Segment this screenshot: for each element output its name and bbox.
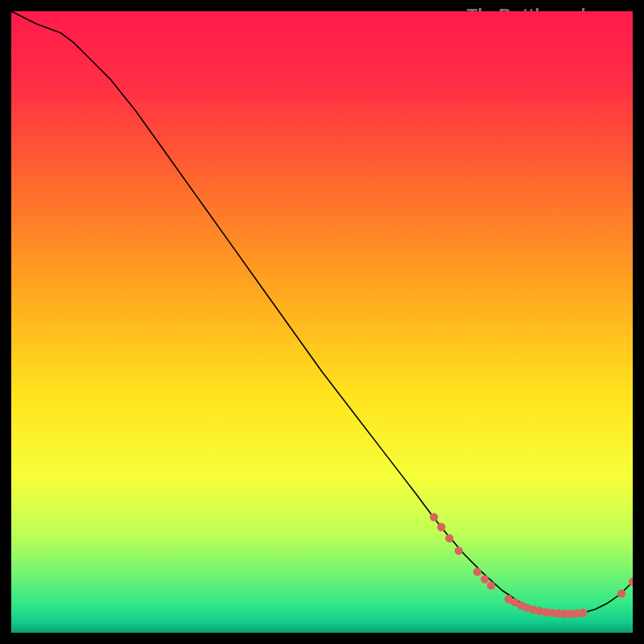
stage: TheBottleneck.com bbox=[0, 0, 644, 644]
highlight-marker bbox=[455, 547, 463, 555]
highlight-marker bbox=[430, 513, 438, 521]
highlight-marker bbox=[579, 609, 587, 617]
highlight-marker bbox=[437, 523, 445, 531]
highlight-marker bbox=[617, 589, 625, 597]
gradient-background bbox=[11, 11, 633, 633]
highlight-marker bbox=[445, 534, 453, 542]
highlight-marker bbox=[473, 568, 481, 576]
highlight-marker bbox=[487, 581, 495, 589]
bottleneck-chart bbox=[11, 11, 633, 633]
highlight-marker bbox=[481, 575, 489, 583]
